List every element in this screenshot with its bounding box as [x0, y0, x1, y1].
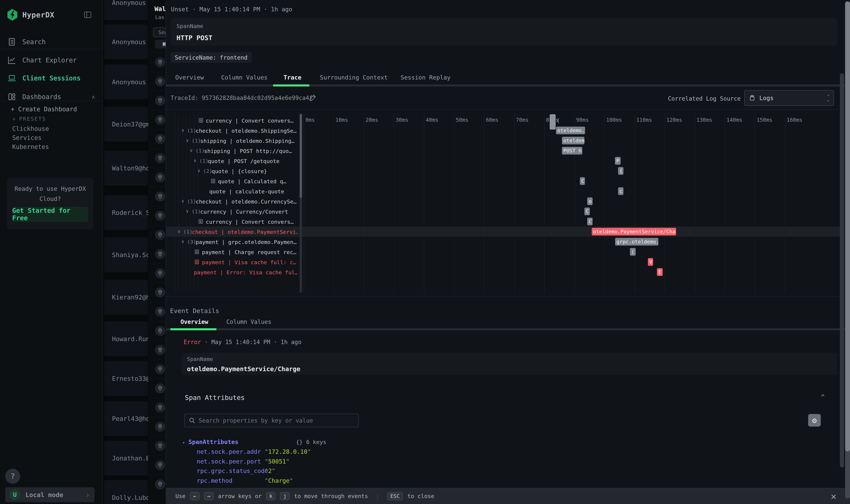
- attribute-row[interactable]: rpc.method"Charge": [197, 477, 233, 484]
- esc-key[interactable]: ESC: [387, 492, 403, 500]
- collapse-chevron-icon[interactable]: ∨: [178, 229, 180, 234]
- location-pin-icon[interactable]: [155, 307, 165, 317]
- span-label[interactable]: payment | Charge request rec…: [202, 249, 296, 255]
- span-duration-bar[interactable]: C: [580, 177, 585, 185]
- arrow-left-key[interactable]: ←: [190, 492, 199, 500]
- span-label[interactable]: quote | POST /getquote: [208, 158, 279, 164]
- tab-column-values[interactable]: Column Values: [221, 74, 268, 81]
- location-pin-icon[interactable]: [155, 345, 165, 355]
- tab-trace[interactable]: Trace: [284, 74, 301, 81]
- attribute-search-input[interactable]: Search properties by key or value: [184, 414, 359, 427]
- j-key[interactable]: j: [280, 492, 289, 500]
- peek-search-input[interactable]: Sea: [153, 28, 166, 37]
- span-duration-bar[interactable]: oteldemo.S: [562, 137, 584, 144]
- trace-row[interactable]: ∨(1)shipping | oteldemo.Shipping…oteldem…: [0, 136, 840, 146]
- span-label[interactable]: currency | Currency/Convert: [200, 209, 288, 215]
- location-pin-icon[interactable]: [155, 287, 165, 298]
- attribute-tree-root[interactable]: ▾ SpanAttributes {} 6 keys: [182, 438, 326, 445]
- content-scrollbar-track[interactable]: [840, 73, 844, 467]
- collapse-chevron-icon[interactable]: ∨: [197, 168, 200, 173]
- location-pin-icon[interactable]: [155, 383, 165, 393]
- span-duration-bar[interactable]: oteldemo.: [556, 127, 585, 134]
- session-card[interactable]: Anonymous: [104, 24, 148, 59]
- trace-row[interactable]: payment | Charge request rec…(: [0, 247, 840, 257]
- sidebar-item-chart-explorer[interactable]: Chart Explorer: [0, 51, 103, 69]
- span-duration-bar[interactable]: o: [587, 197, 593, 205]
- gear-icon[interactable]: ⚙: [808, 414, 821, 427]
- span-label[interactable]: checkout | oteldemo.ShippingSe…: [196, 128, 297, 134]
- span-label[interactable]: quote | calculate-quote: [209, 188, 284, 195]
- span-duration-bar[interactable]: C: [587, 218, 593, 225]
- span-duration-bar[interactable]: (: [630, 248, 636, 256]
- trace-row[interactable]: quote | Calculated q…C: [0, 176, 840, 186]
- span-label[interactable]: checkout | oteldemo.PaymentServi…: [192, 229, 297, 235]
- log-source-select[interactable]: Logs ⌃⌄: [744, 90, 834, 106]
- span-duration-bar[interactable]: {: [618, 167, 623, 175]
- panel-scrollbar[interactable]: [845, 1, 850, 499]
- edit-icon[interactable]: [309, 94, 317, 102]
- trace-row[interactable]: payment | Visa cache full: c…V: [0, 257, 840, 267]
- span-duration-bar[interactable]: E: [657, 268, 663, 276]
- span-label[interactable]: checkout | oteldemo.CurrencySe…: [196, 198, 297, 205]
- location-pin-icon[interactable]: [155, 57, 165, 67]
- session-card[interactable]: Dolly.Lubo: [104, 480, 148, 504]
- session-card[interactable]: Jonathan.B: [104, 441, 148, 475]
- trace-row[interactable]: currency | Convert convers…(: [0, 115, 840, 125]
- location-pin-icon[interactable]: [155, 326, 165, 336]
- collapse-chevron-icon[interactable]: ∨: [186, 138, 189, 143]
- trace-row[interactable]: currency | Convert convers…C: [0, 216, 840, 227]
- sidebar-item-dashboards[interactable]: Dashboards∧: [0, 88, 103, 106]
- collapse-chevron-icon[interactable]: ∨: [190, 148, 193, 153]
- span-label[interactable]: currency | Convert convers…: [206, 118, 294, 124]
- collapse-section-icon[interactable]: ⌃: [821, 393, 825, 401]
- location-pin-icon[interactable]: [155, 95, 165, 106]
- service-name-tag[interactable]: ServiceName: frontend: [170, 52, 252, 63]
- session-card[interactable]: Kieran92@h: [104, 280, 148, 314]
- help-button[interactable]: ?: [5, 469, 20, 484]
- span-label[interactable]: quote | {closure}: [212, 168, 267, 174]
- attribute-row[interactable]: net.sock.peer.addr"172.28.0.10": [197, 448, 261, 455]
- trace-row[interactable]: ∨(1)checkout | oteldemo.CurrencySe…o: [0, 196, 840, 206]
- collapse-sidebar-icon[interactable]: [83, 11, 92, 19]
- span-duration-bar[interactable]: P: [615, 157, 621, 165]
- span-duration-bar[interactable]: V: [648, 258, 653, 266]
- span-duration-bar[interactable]: c: [618, 187, 623, 195]
- session-card[interactable]: Anonymous: [104, 65, 148, 100]
- close-icon[interactable]: ×: [827, 489, 840, 503]
- local-mode-menu[interactable]: U Local mode ›: [5, 487, 94, 502]
- span-duration-bar[interactable]: POST htt: [562, 147, 582, 155]
- trace-row[interactable]: quote | calculate-quotec: [0, 186, 840, 196]
- span-duration-bar[interactable]: oteldemo.PaymentService/Char: [592, 228, 676, 235]
- span-label[interactable]: payment | Error: Visa cache ful…: [194, 269, 297, 275]
- create-dashboard-button[interactable]: + Create Dashboard: [11, 106, 77, 113]
- session-card[interactable]: Howard.Run: [104, 321, 148, 356]
- trace-row[interactable]: ∨(1)checkout | oteldemo.PaymentServi…ote…: [0, 227, 840, 237]
- trace-row[interactable]: ∨(2)quote | {closure}{: [0, 166, 840, 176]
- sidebar-item-client-sessions[interactable]: Client Sessions: [0, 69, 103, 87]
- collapse-chevron-icon[interactable]: ∨: [181, 198, 184, 204]
- ed-tab-column-values[interactable]: Column Values: [227, 319, 271, 325]
- tab-overview[interactable]: Overview: [175, 74, 204, 81]
- location-pin-icon[interactable]: [155, 76, 165, 87]
- collapse-chevron-icon[interactable]: ∨: [186, 209, 189, 214]
- timeline-scrub-handle[interactable]: [550, 114, 556, 130]
- waterfall-scrollbar[interactable]: [300, 113, 302, 293]
- location-pin-icon[interactable]: [155, 460, 165, 470]
- location-pin-icon[interactable]: [155, 402, 165, 413]
- span-label[interactable]: shipping | oteldemo.Shipping…: [200, 138, 294, 144]
- location-pin-icon[interactable]: [155, 364, 165, 374]
- arrow-right-key[interactable]: →: [204, 492, 214, 500]
- span-label[interactable]: shipping | POST http://quo…: [204, 148, 292, 154]
- location-pin-icon[interactable]: [155, 422, 165, 432]
- collapse-chevron-icon[interactable]: ∨: [181, 239, 184, 244]
- ed-tab-overview[interactable]: Overview: [181, 319, 208, 325]
- sidebar-item-search[interactable]: Search: [0, 33, 103, 51]
- session-card[interactable]: Pearl43@ho: [104, 401, 148, 436]
- span-duration-bar[interactable]: grpc.oteldemo.: [615, 238, 658, 246]
- trace-row[interactable]: ∨(1)quote | POST /getquoteP: [0, 156, 840, 166]
- trace-row[interactable]: ∨(3)payment | grpc.oteldemo.Paymen…grpc.…: [0, 237, 840, 247]
- tab-surrounding-context[interactable]: Surrounding Context: [320, 74, 388, 81]
- span-label[interactable]: payment | Visa cache full: c…: [202, 259, 296, 266]
- span-label[interactable]: quote | Calculated q…: [218, 178, 286, 184]
- location-pin-icon[interactable]: [155, 441, 165, 451]
